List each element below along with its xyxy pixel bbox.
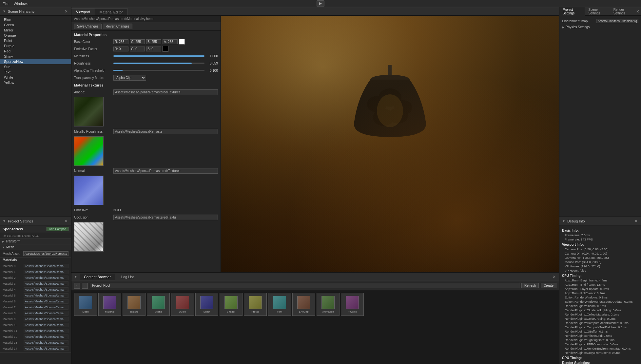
base-color-swatch[interactable] [179,39,185,45]
asset-item-6[interactable]: Script [195,293,218,316]
env-map-input[interactable] [596,19,638,23]
project-settings-close[interactable]: ✕ [636,9,640,14]
table-row[interactable]: Material 10Assets/Meshes/SponzaRemastere… [0,322,71,328]
scene-item-blue[interactable]: Blue [0,17,71,22]
tab-material-editor[interactable]: Material Editor [95,9,128,15]
alpha-clip-slider[interactable] [113,70,204,71]
tab-viewport[interactable]: Viewport [71,8,95,15]
tab-log-list[interactable]: Log List [117,274,138,280]
tab-scene-settings[interactable]: Scene Settings [585,7,610,16]
asset-label-8: Prefab [251,310,259,313]
scene-item-text[interactable]: Text [0,69,71,75]
occlusion-thumbnail[interactable] [74,222,104,252]
asset-item-8[interactable]: Prefab [244,293,267,316]
debug-collapse-icon: ▼ [562,219,565,223]
normal-thumbnail[interactable] [74,176,104,205]
base-color-a[interactable] [163,39,178,44]
albedo-path[interactable] [113,89,218,95]
emissive-r[interactable] [113,47,128,51]
transform-title: Transform [6,239,20,243]
cb-forward-button[interactable]: › [82,283,88,289]
vp-hover: VP Hover: false [562,268,638,273]
scene-hierarchy-close[interactable]: ✕ [64,9,68,14]
asset-icon-6 [200,296,213,309]
add-component-button[interactable]: Add Compon [47,227,68,231]
scene-item-white[interactable]: White [0,75,71,80]
cpu-timing-row: App::Run - PollEvents: 0.2ms [562,291,638,295]
debug-info-close[interactable]: ✕ [634,219,638,223]
base-color-b[interactable] [146,39,161,44]
menu-file[interactable]: File [3,2,9,6]
scene-item-point[interactable]: Point [0,38,71,43]
metallic-path[interactable] [113,129,218,134]
metalness-slider[interactable] [113,55,204,57]
table-row[interactable]: Material 3Assets/Meshes/SponzaRemastered [0,281,71,287]
emissive-b[interactable] [146,47,161,51]
occlusion-path[interactable] [113,215,218,220]
scene-item-mirror[interactable]: Mirror [0,28,71,33]
asset-item-9[interactable]: Font [268,293,291,316]
tab-content-browser[interactable]: Content Browser [80,274,115,280]
transparency-select[interactable]: Alpha Clip [113,75,146,81]
table-row[interactable]: Material 1Assets/Meshes/SponzaRemastered [0,269,71,275]
asset-item-1[interactable]: Mesh [74,293,97,316]
properties-panel-close[interactable]: ✕ [64,219,68,223]
albedo-thumbnail[interactable] [74,97,104,126]
table-row[interactable]: Material 0Assets/Meshes/SponzaRemastered [0,263,71,269]
physics-settings-item[interactable]: ▶ Physics Settings [562,24,638,30]
table-row[interactable]: Material 14Assets/Meshes/SponzaRemastere… [0,346,71,352]
scene-item-orange[interactable]: Orange [0,33,71,38]
asset-item-11[interactable]: Animation [317,293,340,316]
asset-item-5[interactable]: Audio [171,293,194,316]
table-row[interactable]: Material 4Assets/Meshes/SponzaRemastered [0,287,71,293]
menu-windows[interactable]: Windows [14,2,29,6]
asset-item-4[interactable]: Scene [147,293,170,316]
cpu-timing-row: RenderPlugins::CopyFromScene: 0.0ms [562,351,638,355]
scene-item-red[interactable]: Red [0,48,71,54]
table-row[interactable]: Material 5Assets/Meshes/SponzaRemastered [0,293,71,298]
scene-item-sponzanew[interactable]: SponzaNew [0,59,71,64]
cb-path-input[interactable] [90,283,519,288]
asset-item-7[interactable]: Shader [220,293,243,316]
base-color-r[interactable] [113,39,128,44]
table-row[interactable]: Material 13Assets/Meshes/SponzaRemastere… [0,340,71,346]
table-row[interactable]: Material 8Assets/Meshes/SponzaRemastered [0,310,71,316]
table-row[interactable]: Material 2Assets/Meshes/SponzaRemastered [0,275,71,281]
emissive-swatch[interactable] [163,46,168,52]
asset-item-3[interactable]: Texture [123,293,146,316]
tab-render-settings[interactable]: Render Settings [610,7,636,16]
roughness-slider-row: 0.859 [113,62,218,65]
cb-back-button[interactable]: ‹ [74,283,80,289]
tab-project-settings[interactable]: Project Settings [559,7,585,16]
cb-create-button[interactable]: Create [541,283,556,288]
table-row[interactable]: Material 6Assets/Meshes/SponzaRemastered [0,298,71,304]
transform-header[interactable]: ▶ Transform [0,239,71,244]
table-row[interactable]: Material 12Assets/Meshes/SponzaRemastere… [0,334,71,340]
emissive-g[interactable] [130,47,145,51]
mesh-collapse-icon: ▼ [2,246,5,249]
metallic-thumbnail[interactable] [74,136,104,166]
scene-item-purple[interactable]: Purple [0,43,71,48]
play-button[interactable]: ▶ [317,0,324,7]
material-path-value: Assets/Meshes/SponzaRemastered [24,293,68,298]
cb-refresh-button[interactable]: Refresh [521,283,539,288]
table-row[interactable]: Material 11Assets/Meshes/SponzaRemastere… [0,328,71,334]
asset-item-10[interactable]: EnvMap [292,293,315,316]
viewport-panel[interactable] [221,16,559,272]
scene-item-green[interactable]: Green [0,22,71,28]
base-color-g[interactable] [130,39,145,44]
content-browser-close[interactable]: ✕ [552,275,556,279]
normal-path[interactable] [113,168,218,174]
scene-item-shiny[interactable]: Shiny [0,54,71,59]
table-row[interactable]: Material 7Assets/Meshes/SponzaRemastered [0,304,71,310]
table-row[interactable]: Material 9Assets/Meshes/SponzaRemastered [0,316,71,322]
roughness-slider[interactable] [113,63,204,64]
revert-changes-button[interactable]: Revert Changes [103,24,132,29]
scene-item-sun[interactable]: Sun [0,64,71,69]
save-changes-button[interactable]: Save Changes [74,24,102,29]
scene-item-yellow[interactable]: Yellow [0,80,71,85]
asset-item-12[interactable]: Physics [341,293,364,316]
mesh-header[interactable]: ▼ Mesh [0,244,71,250]
asset-item-2[interactable]: Material [98,293,121,316]
material-path-value: Assets/Meshes/SponzaRemastered [24,305,68,310]
